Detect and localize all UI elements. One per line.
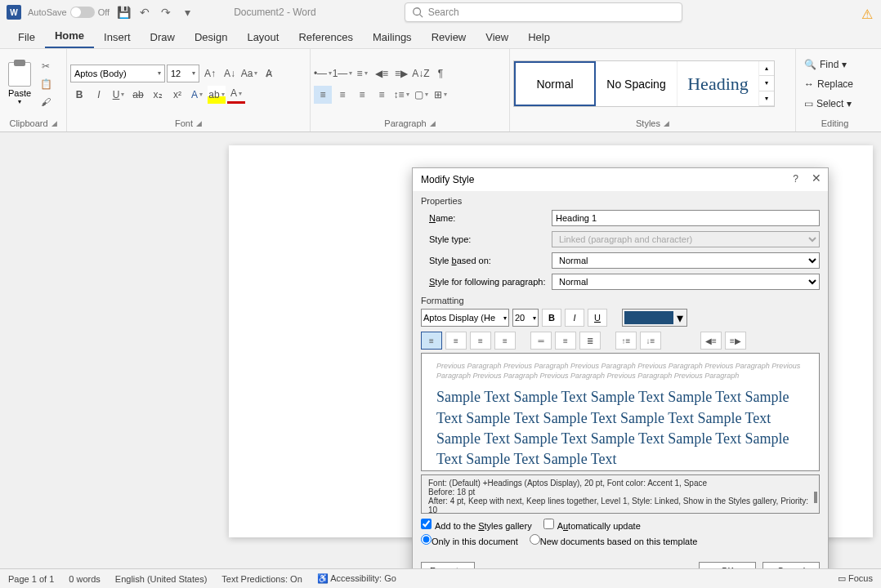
fmt-font-combo[interactable]: Aptos Display (He▾ [421,309,509,327]
align-left-icon[interactable]: ≡ [314,86,332,104]
word-count[interactable]: 0 words [69,574,101,584]
fmt-size-combo[interactable]: 20▾ [512,309,539,327]
style-heading1[interactable]: Heading [678,61,759,106]
para-justify-icon[interactable]: ≡ [494,332,516,350]
find-button[interactable]: 🔍Find ▾ [804,56,853,74]
borders-icon[interactable]: ⊞ [432,86,449,104]
font-name-combo[interactable]: Aptos (Body)▾ [70,65,165,82]
qat-more-icon[interactable]: ▾ [180,5,195,20]
align-center-icon[interactable]: ≡ [333,86,351,104]
change-case-icon[interactable]: Aa [240,65,258,82]
tab-layout[interactable]: Layout [237,26,288,48]
copy-icon[interactable]: 📋 [38,76,54,92]
para-align-right-icon[interactable]: ≡ [470,332,491,350]
tab-mailings[interactable]: Mailings [363,26,422,48]
sort-icon[interactable]: A↓Z [412,65,430,82]
undo-icon[interactable]: ↶ [137,5,152,20]
style-normal[interactable]: Normal [514,61,596,106]
fmt-bold-button[interactable]: B [542,309,561,327]
highlight-icon[interactable]: ab [208,86,226,104]
styles-scroll[interactable]: ▴▾▾ [759,61,774,106]
dialog-titlebar[interactable]: Modify Style ? ✕ [413,168,828,191]
save-icon[interactable]: 💾 [116,5,131,20]
autosave-toggle[interactable]: AutoSave Off [28,7,110,18]
language-status[interactable]: English (United States) [115,574,208,584]
increase-indent-icon[interactable]: ≡▶ [392,65,410,82]
fmt-underline-button[interactable]: U [588,309,607,327]
only-doc-radio[interactable]: Only in this document [421,534,518,546]
grow-font-icon[interactable]: A↑ [201,65,219,82]
font-launcher-icon[interactable]: ◢ [196,119,202,127]
para-space-after-icon[interactable]: ↓≡ [640,332,661,350]
style-description: Font: (Default) +Headings (Aptos Display… [421,474,820,514]
para-align-left-icon[interactable]: ≡ [421,332,442,350]
paste-button[interactable]: Paste ▾ [3,60,36,107]
close-icon[interactable]: ✕ [812,172,821,185]
subscript-button[interactable]: x₂ [149,86,167,104]
tab-view[interactable]: View [476,26,518,48]
predictions-status[interactable]: Text Predictions: On [221,574,302,584]
tab-review[interactable]: Review [422,26,476,48]
replace-button[interactable]: ↔Replace [804,75,853,93]
para-space-before-icon[interactable]: ↑≡ [615,332,637,350]
focus-mode[interactable]: ▭ Focus [838,573,873,584]
shrink-font-icon[interactable]: A↓ [221,65,239,82]
italic-button[interactable]: I [90,86,108,104]
toggle-icon[interactable] [70,7,95,18]
font-color-icon[interactable]: A [227,86,245,104]
superscript-button[interactable]: x² [168,86,186,104]
tab-file[interactable]: File [8,26,45,48]
accessibility-status[interactable]: ♿ Accessibility: Go [317,573,396,584]
multilevel-icon[interactable]: ≡ [353,65,371,82]
add-gallery-checkbox[interactable]: Add to the Styles gallery [421,519,532,531]
format-painter-icon[interactable]: 🖌 [38,94,54,110]
fmt-italic-button[interactable]: I [565,309,584,327]
para-indent-right-icon[interactable]: ≡▶ [725,332,746,350]
new-docs-radio[interactable]: New documents based on this template [530,534,698,546]
bold-button[interactable]: B [70,86,88,104]
select-button[interactable]: ▭Select ▾ [804,95,853,113]
text-effects-icon[interactable]: A [188,86,206,104]
warning-icon[interactable]: ⚠ [861,7,873,22]
para-single-space-icon[interactable]: ═ [530,332,552,350]
para-indent-left-icon[interactable]: ◀≡ [700,332,722,350]
tab-insert[interactable]: Insert [94,26,141,48]
tab-home[interactable]: Home [45,24,94,48]
fmt-color-picker[interactable]: ▾ [622,309,687,327]
tab-references[interactable]: References [288,26,362,48]
align-right-icon[interactable]: ≡ [353,86,371,104]
following-select[interactable]: Normal [552,274,820,290]
preview-previous-para: Previous Paragraph Previous Paragraph Pr… [436,362,804,381]
tab-design[interactable]: Design [185,26,237,48]
help-icon[interactable]: ? [793,173,798,185]
cut-icon[interactable]: ✂ [38,58,54,74]
page-status[interactable]: Page 1 of 1 [8,574,54,584]
bullets-icon[interactable]: •― [314,65,332,82]
style-no-spacing[interactable]: No Spacing [596,61,678,106]
show-marks-icon[interactable]: ¶ [432,65,449,82]
tab-draw[interactable]: Draw [141,26,185,48]
tab-help[interactable]: Help [518,26,560,48]
para-align-center-icon[interactable]: ≡ [445,332,467,350]
based-on-select[interactable]: Normal [552,252,820,269]
desc-scrollbar[interactable] [814,492,817,503]
para-double-space-icon[interactable]: ≣ [579,332,601,350]
search-input[interactable]: Search [405,2,682,22]
line-spacing-icon[interactable]: ↕≡ [392,86,410,104]
font-size-combo[interactable]: 12▾ [167,65,199,82]
clipboard-launcher-icon[interactable]: ◢ [51,119,57,127]
paragraph-launcher-icon[interactable]: ◢ [430,119,436,127]
styles-launcher-icon[interactable]: ◢ [664,119,669,127]
underline-button[interactable]: U [110,86,127,104]
name-input[interactable] [552,210,820,226]
auto-update-checkbox[interactable]: Automatically update [543,519,641,531]
decrease-indent-icon[interactable]: ◀≡ [373,65,391,82]
strikethrough-button[interactable]: ab [129,86,147,104]
type-select: Linked (paragraph and character) [552,231,820,247]
para-15-space-icon[interactable]: ≡ [555,332,576,350]
redo-icon[interactable]: ↷ [159,5,173,20]
shading-icon[interactable]: ▢ [412,86,430,104]
numbering-icon[interactable]: 1― [333,65,351,82]
justify-icon[interactable]: ≡ [373,86,391,104]
clear-formatting-icon[interactable]: A̷ [260,65,278,82]
